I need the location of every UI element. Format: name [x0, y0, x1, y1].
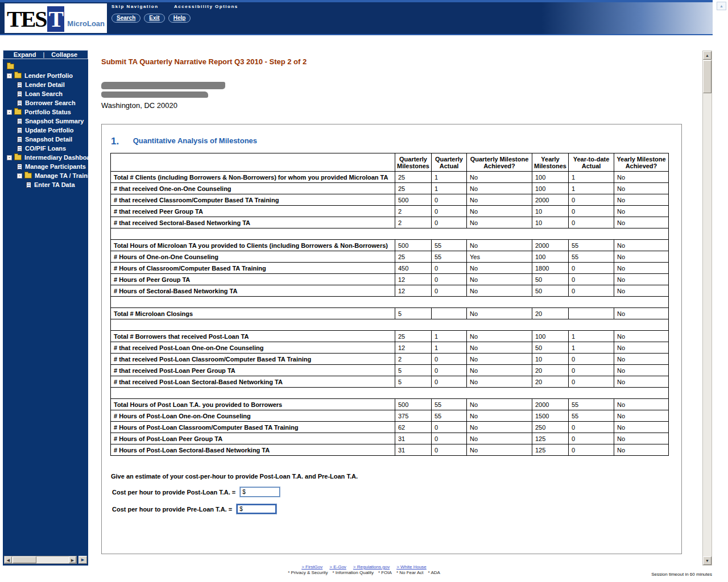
cell-quarterly-milestone-achieved: No: [467, 285, 532, 297]
cell-quarterly-actual: 0: [432, 444, 467, 456]
footer-link-e-gov[interactable]: > E-Gov: [329, 564, 346, 569]
cell-quarterly-milestone-achieved: No: [467, 308, 532, 319]
cell-yearly-milestones: 20: [532, 376, 569, 388]
cell-year-to-date-actual: 0: [569, 263, 614, 274]
cell-quarterly-milestone-achieved: No: [467, 342, 532, 354]
sidebar-item-borrower-search[interactable]: Borrower Search: [3, 98, 88, 107]
sidebar-item-update-portfolio[interactable]: Update Portfolio: [3, 126, 88, 135]
footer-policy-foia[interactable]: * FOIA: [378, 570, 392, 575]
table-row: # Hours of One-on-One Counseling2555Yes1…: [111, 251, 669, 263]
skip-navigation-link[interactable]: Skip Navigation: [111, 4, 159, 9]
footer-link-firstgov[interactable]: > FirstGov: [301, 564, 322, 569]
redacted-address-line-2: [101, 92, 208, 98]
post-loan-cost-label: Cost per hour to provide Post-Loan T.A. …: [112, 489, 235, 496]
sidebar-item-manage-participants[interactable]: Manage Participants: [3, 162, 88, 171]
row-label: Total # Borrowers that received Post-Loa…: [111, 331, 395, 342]
collapse-node-icon[interactable]: -: [7, 110, 12, 115]
cell-quarterly-milestone-achieved: No: [467, 263, 532, 274]
header-top-links: Skip Navigation Accessibility Options: [111, 4, 252, 9]
cell-year-to-date-actual: [569, 308, 614, 319]
table-row: # Hours of Post-Loan One-on-One Counseli…: [111, 410, 669, 422]
sidebar-item-portfolio-status[interactable]: -Portfolio Status: [3, 107, 88, 117]
cell-year-to-date-actual: 55: [569, 410, 614, 422]
sidebar-item-loan-search[interactable]: Loan Search: [3, 89, 88, 98]
sidebar-item-lender-detail[interactable]: Lender Detail: [3, 80, 88, 89]
doc-icon: [17, 91, 22, 97]
cell-yearly-milestone-achieved: No: [614, 444, 669, 456]
sidebar-item-snapshot-summary[interactable]: Snapshot Summary: [3, 117, 88, 126]
cell-yearly-milestone-achieved: No: [614, 376, 669, 388]
content-vertical-scrollbar[interactable]: ▲ ▼: [702, 51, 712, 566]
scrollbar-track[interactable]: [12, 556, 69, 563]
expand-link[interactable]: Expand: [14, 51, 36, 58]
cell-quarterly-actual: 0: [432, 422, 467, 433]
collapse-node-icon[interactable]: -: [7, 73, 12, 78]
sidebar-item-co-pif-loans[interactable]: CO/PIF Loans: [3, 144, 88, 153]
cell-yearly-milestone-achieved: No: [614, 433, 669, 444]
table-row: # Hours of Peer Group TA120No500No: [111, 274, 669, 285]
dollar-sign: $: [242, 489, 246, 495]
cell-quarterly-milestones: 12: [395, 342, 432, 354]
table-row: # that received Post-Loan Classroom/Comp…: [111, 354, 669, 365]
cell-yearly-milestones: 250: [532, 422, 569, 433]
logo: TEST MicroLoan: [5, 3, 107, 33]
scrollbar-thumb[interactable]: [13, 556, 36, 563]
scroll-left-button[interactable]: ◀: [5, 556, 12, 563]
search-button[interactable]: Search: [111, 14, 140, 23]
cell-quarterly-milestone-achieved: No: [467, 376, 532, 388]
pre-loan-cost-input[interactable]: [243, 506, 275, 513]
footer-policy-no-fear-act[interactable]: * No Fear Act: [396, 570, 424, 575]
cell-quarterly-milestones: 25: [395, 251, 432, 263]
cell-quarterly-milestone-achieved: No: [467, 331, 532, 342]
redacted-address-line-1: [101, 82, 225, 89]
collapse-node-icon[interactable]: -: [7, 155, 12, 160]
row-label: # Hours of Sectoral-Based Networking TA: [111, 285, 395, 297]
footer-policy-privacy-security[interactable]: * Privacy & Security: [288, 570, 328, 575]
sidebar-item-intermediary-dashboard[interactable]: -Intermediary Dashboard: [3, 153, 88, 162]
row-label: # that received Peer Group TA: [111, 206, 395, 217]
footer-policy-information-quality[interactable]: * Information Quality: [332, 570, 373, 575]
accessibility-options-link[interactable]: Accessibility Options: [174, 4, 238, 9]
sidebar-horizontal-scrollbar[interactable]: ◀ ▶: [4, 556, 77, 564]
pre-loan-cost-input-box: $: [237, 504, 276, 514]
sidebar-item-label: Lender Portfolio: [24, 72, 73, 79]
sidebar-item-enter-ta-data[interactable]: Enter TA Data: [3, 180, 88, 189]
scroll-up-button[interactable]: ▲: [703, 51, 712, 60]
post-loan-cost-input[interactable]: [246, 489, 278, 496]
collapse-link[interactable]: Collapse: [51, 51, 77, 58]
page-scroll-up-button[interactable]: ▲: [717, 2, 726, 10]
spacer-row: [111, 319, 669, 331]
cell-quarterly-milestones: 450: [395, 263, 432, 274]
doc-icon: [17, 136, 22, 143]
section-1-box: 1. Quantitative Analysis of Milestones Q…: [101, 124, 682, 554]
row-label: Total # Clients (including Borrowers & N…: [111, 172, 395, 183]
sidebar-item-snapshot-detail[interactable]: Snapshot Detail: [3, 135, 88, 144]
scroll-right-button[interactable]: ▶: [69, 556, 76, 563]
sidebar-item-lender-portfolio[interactable]: -Lender Portfolio: [3, 71, 88, 80]
scrollbar-thumb[interactable]: [703, 60, 712, 93]
sidebar-item-manage-ta-training[interactable]: -Manage TA / Training: [3, 171, 88, 180]
cell-yearly-milestones: 100: [532, 172, 569, 183]
cell-quarterly-milestone-achieved: No: [467, 399, 532, 410]
cell-quarterly-milestone-achieved: No: [467, 206, 532, 217]
cell-year-to-date-actual: 0: [569, 354, 614, 365]
footer-link-regulations-gov[interactable]: > Regulations.gov: [353, 564, 390, 569]
scroll-down-button[interactable]: ▼: [703, 556, 712, 565]
exit-button[interactable]: Exit: [144, 14, 164, 23]
cell-year-to-date-actual: 0: [569, 274, 614, 285]
table-row: # that received Post-Loan One-on-One Cou…: [111, 342, 669, 354]
sidebar-scroll-right-button[interactable]: ▶: [78, 556, 87, 564]
help-button[interactable]: Help: [168, 14, 191, 23]
expand-collapse-bar: Expand | Collapse: [3, 50, 88, 59]
collapse-node-icon[interactable]: -: [17, 173, 22, 178]
sidebar-item-label: Lender Detail: [25, 81, 65, 88]
footer-policy-ada[interactable]: * ADA: [428, 570, 440, 575]
cell-quarterly-actual: 55: [432, 410, 467, 422]
cell-quarterly-actual: 1: [432, 183, 467, 194]
footer-link-white-house[interactable]: > White House: [396, 564, 427, 569]
cell-yearly-milestone-achieved: No: [614, 274, 669, 285]
table-row: # Hours of Classroom/Computer Based TA T…: [111, 263, 669, 274]
row-label: # Hours of Post-Loan Peer Group TA: [111, 433, 395, 444]
cell-quarterly-milestones: 2: [395, 354, 432, 365]
table-row: # that received Post-Loan Peer Group TA5…: [111, 365, 669, 376]
